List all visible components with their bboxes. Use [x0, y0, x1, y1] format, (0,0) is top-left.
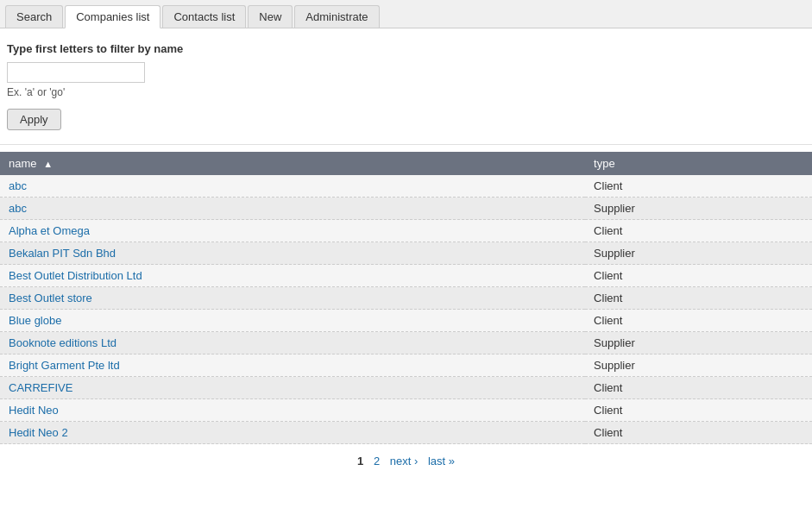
tab-administrate[interactable]: Administrate	[294, 5, 379, 28]
filter-section: Type first letters to filter by name Ex.…	[0, 28, 812, 145]
company-name-cell[interactable]: abc	[0, 175, 585, 198]
company-type-cell: Client	[585, 310, 812, 332]
company-type-cell: Client	[585, 287, 812, 310]
tab-bar: Search Companies list Contacts list New …	[0, 0, 812, 28]
pagination-page-2[interactable]: 2	[374, 455, 380, 467]
company-name-cell[interactable]: Bekalan PIT Sdn Bhd	[0, 242, 585, 265]
table-row[interactable]: CARREFIVEClient	[0, 377, 812, 399]
company-name-link[interactable]: abc	[9, 202, 27, 215]
company-name-cell[interactable]: Best Outlet Distribution Ltd	[0, 265, 585, 287]
tab-companies-list[interactable]: Companies list	[65, 5, 161, 28]
tab-new[interactable]: New	[248, 5, 293, 28]
company-name-link[interactable]: Alpha et Omega	[9, 224, 90, 237]
table-row[interactable]: Hedit Neo 2Client	[0, 422, 812, 444]
companies-table: name ▲ type abcClientabcSupplierAlpha et…	[0, 152, 812, 444]
filter-input[interactable]	[7, 62, 145, 83]
company-name-cell[interactable]: Booknote editions Ltd	[0, 332, 585, 354]
pagination-last[interactable]: last »	[428, 455, 455, 467]
column-header-name[interactable]: name ▲	[0, 152, 585, 175]
company-name-link[interactable]: Blue globe	[9, 314, 61, 327]
company-type-cell: Supplier	[585, 332, 812, 354]
pagination: 1 2 next › last »	[0, 444, 812, 474]
company-name-link[interactable]: Best Outlet Distribution Ltd	[9, 269, 142, 282]
company-type-cell: Supplier	[585, 354, 812, 377]
company-name-link[interactable]: Booknote editions Ltd	[9, 336, 116, 349]
table-row[interactable]: Booknote editions LtdSupplier	[0, 332, 812, 354]
pagination-next[interactable]: next ›	[390, 455, 419, 467]
company-name-link[interactable]: abc	[9, 179, 27, 192]
table-row[interactable]: Hedit NeoClient	[0, 399, 812, 422]
company-name-link[interactable]: Bekalan PIT Sdn Bhd	[9, 247, 116, 260]
company-type-cell: Client	[585, 265, 812, 287]
table-row[interactable]: Bekalan PIT Sdn BhdSupplier	[0, 242, 812, 265]
company-name-link[interactable]: Hedit Neo	[9, 404, 59, 417]
company-type-cell: Supplier	[585, 198, 812, 220]
company-name-cell[interactable]: Bright Garment Pte ltd	[0, 354, 585, 377]
company-name-cell[interactable]: CARREFIVE	[0, 377, 585, 399]
pagination-current: 1	[357, 455, 363, 467]
company-name-link[interactable]: CARREFIVE	[9, 381, 72, 394]
company-name-cell[interactable]: abc	[0, 198, 585, 220]
company-name-cell[interactable]: Hedit Neo	[0, 399, 585, 422]
company-type-cell: Client	[585, 377, 812, 399]
company-type-cell: Supplier	[585, 242, 812, 265]
company-type-cell: Client	[585, 399, 812, 422]
company-type-cell: Client	[585, 175, 812, 198]
company-name-cell[interactable]: Alpha et Omega	[0, 220, 585, 242]
table-row[interactable]: Best Outlet storeClient	[0, 287, 812, 310]
table-header-row: name ▲ type	[0, 152, 812, 175]
company-name-cell[interactable]: Best Outlet store	[0, 287, 585, 310]
tab-contacts-list[interactable]: Contacts list	[162, 5, 246, 28]
filter-hint: Ex. 'a' or 'go'	[7, 86, 805, 98]
company-name-link[interactable]: Bright Garment Pte ltd	[9, 359, 120, 372]
table-row[interactable]: abcSupplier	[0, 198, 812, 220]
company-type-cell: Client	[585, 422, 812, 444]
sort-asc-icon: ▲	[43, 159, 53, 169]
apply-button[interactable]: Apply	[7, 109, 61, 130]
company-name-link[interactable]: Best Outlet store	[9, 292, 92, 304]
company-name-link[interactable]: Hedit Neo 2	[9, 426, 68, 439]
table-row[interactable]: Best Outlet Distribution LtdClient	[0, 265, 812, 287]
table-row[interactable]: abcClient	[0, 175, 812, 198]
table-row[interactable]: Blue globeClient	[0, 310, 812, 332]
company-name-cell[interactable]: Hedit Neo 2	[0, 422, 585, 444]
table-row[interactable]: Alpha et OmegaClient	[0, 220, 812, 242]
filter-label: Type first letters to filter by name	[7, 42, 805, 55]
tab-search[interactable]: Search	[5, 5, 63, 28]
company-name-cell[interactable]: Blue globe	[0, 310, 585, 332]
company-type-cell: Client	[585, 220, 812, 242]
column-header-type[interactable]: type	[585, 152, 812, 175]
table-row[interactable]: Bright Garment Pte ltdSupplier	[0, 354, 812, 377]
